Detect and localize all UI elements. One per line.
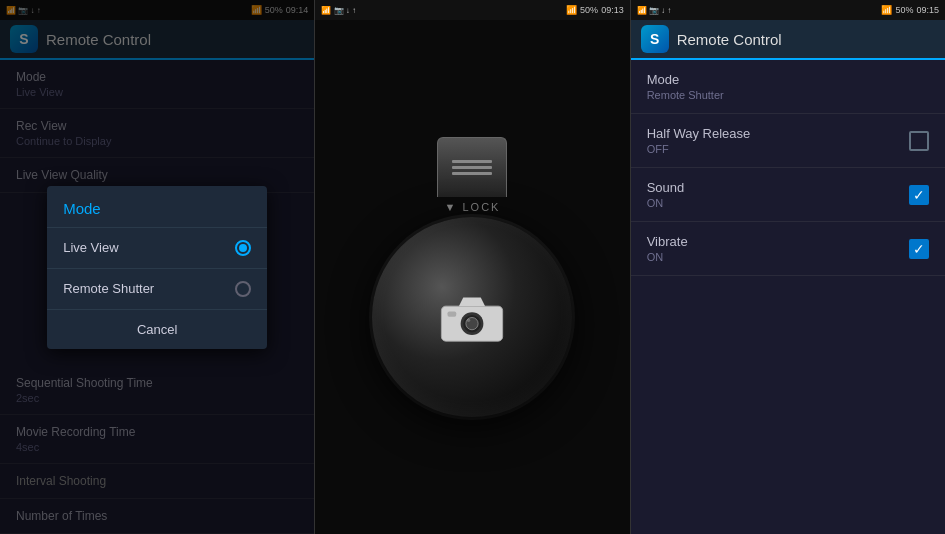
modal-dialog-mode: Mode Live View Remote Shutter Cancel [47,186,267,349]
panel-2-camera: 📶 📷 ↓ ↑ 📶 50% 09:13 ▼ LOCK [315,0,629,534]
settings-row-hwr-label: Half Way Release [647,126,751,141]
checkbox-halfwayrelease[interactable] [909,131,929,151]
app-logo-3: S [641,25,669,53]
settings-row-halfwayrelease[interactable]: Half Way Release OFF [631,114,945,168]
radio-liveview-selected [235,240,251,256]
shutter-line-1 [452,160,492,163]
radio-remoteshutter-unselected [235,281,251,297]
modal-cancel-button[interactable]: Cancel [47,310,267,349]
svg-rect-7 [448,311,457,316]
panel-3-remote-settings: 📶 📷 ↓ ↑ 📶 50% 09:15 S Remote Control Mod… [631,0,945,534]
settings-row-hwr-text: Half Way Release OFF [647,126,751,155]
settings-row-mode[interactable]: Mode Remote Shutter [631,60,945,114]
settings-row-sound-value: ON [647,197,685,209]
settings-row-sound[interactable]: Sound ON ✓ [631,168,945,222]
settings-row-mode-text: Mode Remote Shutter [647,72,724,101]
settings-row-sound-label: Sound [647,180,685,195]
shutter-button-area: ▼ LOCK [372,137,572,417]
shutter-top [437,137,507,197]
shutter-lines [444,152,500,183]
time-2: 09:13 [601,5,624,15]
sb3-right: 📶 50% 09:15 [881,5,939,15]
sb3-left: 📶 📷 ↓ ↑ [637,6,672,15]
modal-title: Mode [47,186,267,228]
settings-row-vibrate-label: Vibrate [647,234,688,249]
modal-option-remoteshutter[interactable]: Remote Shutter [47,269,267,310]
checkmark-vibrate: ✓ [913,241,925,257]
checkbox-vibrate[interactable]: ✓ [909,239,929,259]
settings-row-mode-value: Remote Shutter [647,89,724,101]
shutter-line-2 [452,166,492,169]
status-bar-2: 📶 📷 ↓ ↑ 📶 50% 09:13 [315,0,629,20]
settings-row-hwr-value: OFF [647,143,751,155]
status-bar-3: 📶 📷 ↓ ↑ 📶 50% 09:15 [631,0,945,20]
modal-option-remoteshutter-label: Remote Shutter [63,281,154,296]
lock-label: ▼ LOCK [445,201,501,213]
lock-area: ▼ LOCK [445,197,501,213]
app-title-3: Remote Control [677,31,782,48]
wifi-icon-2: 📶 [566,5,577,15]
app-header-3: S Remote Control [631,20,945,60]
modal-overlay[interactable]: Mode Live View Remote Shutter Cancel [0,0,314,534]
logo-letter-3: S [650,31,659,47]
modal-option-liveview-label: Live View [63,240,118,255]
settings-row-vibrate-value: ON [647,251,688,263]
settings-row-vibrate[interactable]: Vibrate ON ✓ [631,222,945,276]
battery-3: 50% [895,5,913,15]
time-3: 09:15 [916,5,939,15]
modal-option-liveview[interactable]: Live View [47,228,267,269]
settings-row-sound-text: Sound ON [647,180,685,209]
sb2-right: 📶 50% 09:13 [566,5,624,15]
svg-marker-2 [459,297,485,306]
camera-icon [437,290,507,345]
sb2-left: 📶 📷 ↓ ↑ [321,6,356,15]
checkbox-sound[interactable]: ✓ [909,185,929,205]
settings-row-vibrate-text: Vibrate ON [647,234,688,263]
shutter-line-3 [452,172,492,175]
checkmark-sound: ✓ [913,187,925,203]
svg-point-6 [467,318,471,322]
panel-1-settings: 📶 📷 ↓ ↑ 📶 50% 09:14 S Remote Control Mod… [0,0,314,534]
settings-row-mode-label: Mode [647,72,724,87]
sb3-icons: 📶 📷 ↓ ↑ [637,6,672,15]
shutter-sphere[interactable] [372,217,572,417]
wifi-icon-3: 📶 [881,5,892,15]
sb2-icons: 📶 📷 ↓ ↑ [321,6,356,15]
battery-2: 50% [580,5,598,15]
